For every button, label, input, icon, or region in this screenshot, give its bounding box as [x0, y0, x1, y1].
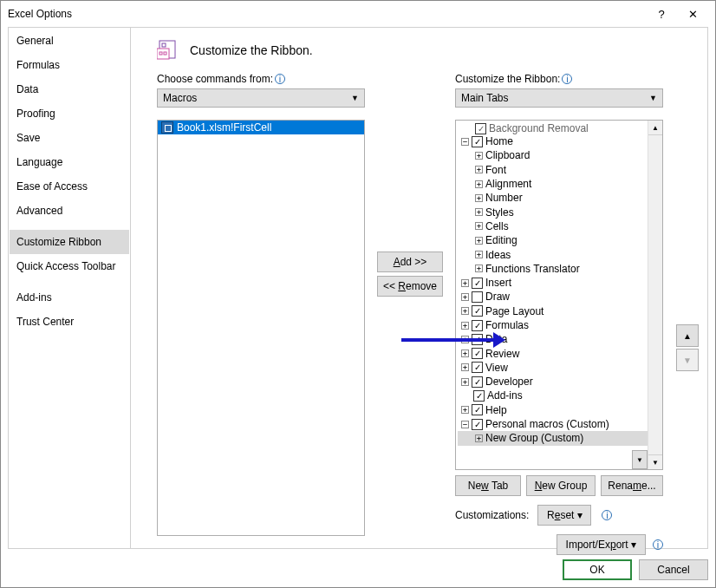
expand-icon[interactable]: +	[475, 222, 483, 230]
sidebar-item[interactable]: Customize Ribbon	[10, 230, 129, 254]
expand-icon[interactable]: +	[475, 265, 483, 272]
ribbon-tree[interactable]: ✓Background Removal−✓Home+Clipboard+Font…	[455, 120, 663, 470]
scroll-up-icon[interactable]: ▲	[648, 121, 662, 135]
expand-icon[interactable]: +	[461, 406, 469, 414]
rename-button[interactable]: Rename...	[601, 475, 663, 496]
expand-icon[interactable]: +	[475, 208, 483, 216]
checkbox[interactable]	[472, 291, 483, 303]
tree-node[interactable]: ✓Add-ins	[458, 389, 662, 402]
expand-icon[interactable]: −	[461, 138, 469, 146]
expand-icon[interactable]: +	[461, 336, 469, 343]
help-button[interactable]: ?	[646, 1, 677, 27]
sidebar-item[interactable]: General	[10, 29, 129, 53]
tree-node[interactable]: +Cells	[458, 219, 662, 233]
sidebar-item[interactable]: Proofing	[10, 101, 129, 126]
checkbox[interactable]: ✓	[472, 419, 483, 430]
tree-node[interactable]: +Number	[458, 191, 662, 205]
tree-node[interactable]: +✓Help	[458, 403, 662, 417]
import-export-dropdown[interactable]: Import/Export ▾	[557, 534, 646, 555]
reset-dropdown[interactable]: Reset ▾	[537, 505, 591, 526]
tree-node[interactable]: ✓Background Removal	[458, 122, 662, 134]
sidebar-item[interactable]: Trust Center	[10, 310, 129, 334]
ok-button[interactable]: OK	[563, 559, 632, 580]
tree-node[interactable]: −✓Home	[458, 134, 662, 148]
sidebar-item[interactable]: Save	[10, 126, 129, 150]
tree-node[interactable]: +✓Developer	[458, 375, 662, 389]
tree-scrollbar[interactable]: ▲ ▼	[648, 121, 662, 469]
new-tab-button[interactable]: New Tab	[455, 475, 521, 496]
sidebar-item[interactable]: Data	[10, 77, 129, 101]
expand-icon[interactable]: +	[461, 307, 469, 315]
expand-icon[interactable]: +	[475, 194, 483, 202]
tree-node[interactable]: +Draw	[458, 290, 662, 304]
checkbox[interactable]: ✓	[472, 320, 483, 331]
tree-node[interactable]: +✓Data	[458, 332, 662, 346]
tree-node[interactable]: +Editing	[458, 233, 662, 247]
tree-item-dropdown[interactable]: ▼	[632, 450, 648, 469]
tree-node[interactable]: +✓Review	[458, 346, 662, 360]
cancel-button[interactable]: Cancel	[639, 559, 708, 580]
expand-icon[interactable]: +	[461, 350, 469, 357]
checkbox[interactable]: ✓	[473, 390, 485, 402]
tree-node[interactable]: +Styles	[458, 205, 662, 219]
tree-label: Review	[485, 348, 519, 360]
checkbox[interactable]: ✓	[472, 136, 483, 147]
tree-node[interactable]: −✓Personal macros (Custom)	[458, 417, 662, 431]
commands-listbox[interactable]: Book1.xlsm!FirstCell	[157, 120, 365, 536]
close-button[interactable]: ✕	[677, 1, 708, 27]
tree-node[interactable]: +✓Insert	[458, 276, 662, 290]
sidebar-item[interactable]: Add-ins	[10, 285, 129, 310]
tree-node[interactable]: +Font	[458, 163, 662, 177]
tree-node[interactable]: +Clipboard	[458, 148, 662, 162]
macro-item[interactable]: Book1.xlsm!FirstCell	[158, 121, 364, 134]
checkbox[interactable]: ✓	[472, 334, 483, 345]
macro-icon	[161, 121, 173, 134]
checkbox[interactable]: ✓	[472, 362, 483, 373]
expand-icon[interactable]: +	[461, 279, 469, 287]
tree-label: Font	[485, 164, 506, 176]
sidebar-item[interactable]: Advanced	[10, 199, 129, 223]
expand-icon[interactable]: +	[461, 322, 469, 330]
checkbox[interactable]: ✓	[472, 278, 483, 289]
info-icon[interactable]: i	[602, 510, 612, 520]
checkbox[interactable]: ✓	[472, 404, 483, 415]
remove-button[interactable]: << Remove	[377, 276, 443, 297]
info-icon[interactable]: i	[653, 539, 663, 550]
expand-icon[interactable]: +	[475, 152, 483, 160]
info-icon[interactable]: i	[562, 74, 572, 84]
expand-icon[interactable]: +	[461, 293, 469, 301]
tree-label: Number	[485, 192, 523, 204]
scroll-down-icon[interactable]: ▼	[648, 454, 662, 469]
info-icon[interactable]: i	[275, 74, 285, 84]
tree-node[interactable]: +Functions Translator	[458, 262, 662, 276]
tree-node[interactable]: +Alignment	[458, 177, 662, 191]
ribbon-scope-combo[interactable]: Main Tabs▼	[455, 88, 663, 108]
tree-node[interactable]: +✓Formulas	[458, 318, 662, 332]
tree-node[interactable]: +✓View	[458, 361, 662, 375]
checkbox[interactable]: ✓	[475, 123, 486, 134]
sidebar-item[interactable]: Ease of Access	[10, 174, 129, 199]
expand-icon[interactable]: +	[461, 363, 469, 371]
add-button[interactable]: Add >>	[377, 252, 443, 272]
expand-icon[interactable]: −	[461, 421, 469, 428]
svg-rect-2	[157, 49, 169, 59]
expand-icon[interactable]: +	[461, 378, 469, 386]
tree-label: Clipboard	[485, 149, 530, 161]
checkbox[interactable]: ✓	[472, 348, 483, 359]
checkbox[interactable]: ✓	[472, 305, 483, 317]
commands-from-combo[interactable]: Macros▼	[157, 88, 365, 108]
checkbox[interactable]: ✓	[472, 376, 483, 388]
sidebar-item[interactable]: Formulas	[10, 53, 129, 77]
tree-node[interactable]: +New Group (Custom)	[458, 431, 648, 445]
sidebar-item[interactable]: Language	[10, 150, 129, 174]
move-up-button[interactable]: ▲	[676, 324, 699, 347]
tree-node[interactable]: +Ideas	[458, 247, 662, 261]
sidebar-item[interactable]: Quick Access Toolbar	[10, 254, 129, 278]
new-group-button[interactable]: New Group	[526, 475, 596, 496]
tree-node[interactable]: +✓Page Layout	[458, 304, 662, 318]
expand-icon[interactable]: +	[475, 251, 483, 258]
expand-icon[interactable]: +	[475, 166, 483, 173]
expand-icon[interactable]: +	[475, 180, 483, 188]
expand-icon[interactable]: +	[475, 434, 483, 442]
expand-icon[interactable]: +	[475, 237, 483, 245]
